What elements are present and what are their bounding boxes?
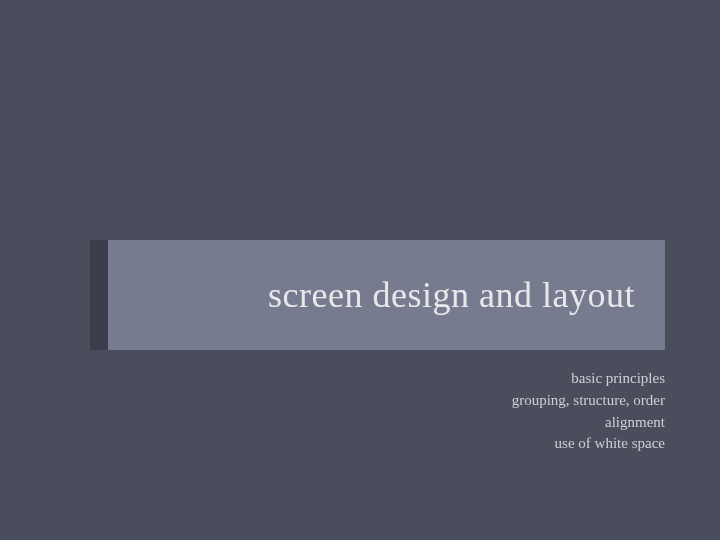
slide-title: screen design and layout [268,274,635,316]
subtitle-line-4: use of white space [512,433,665,455]
subtitle-line-2: grouping, structure, order [512,390,665,412]
subtitle-line-3: alignment [512,412,665,434]
subtitle-line-1: basic principles [512,368,665,390]
title-band: screen design and layout [90,240,665,350]
subtitle-block: basic principles grouping, structure, or… [512,368,665,455]
